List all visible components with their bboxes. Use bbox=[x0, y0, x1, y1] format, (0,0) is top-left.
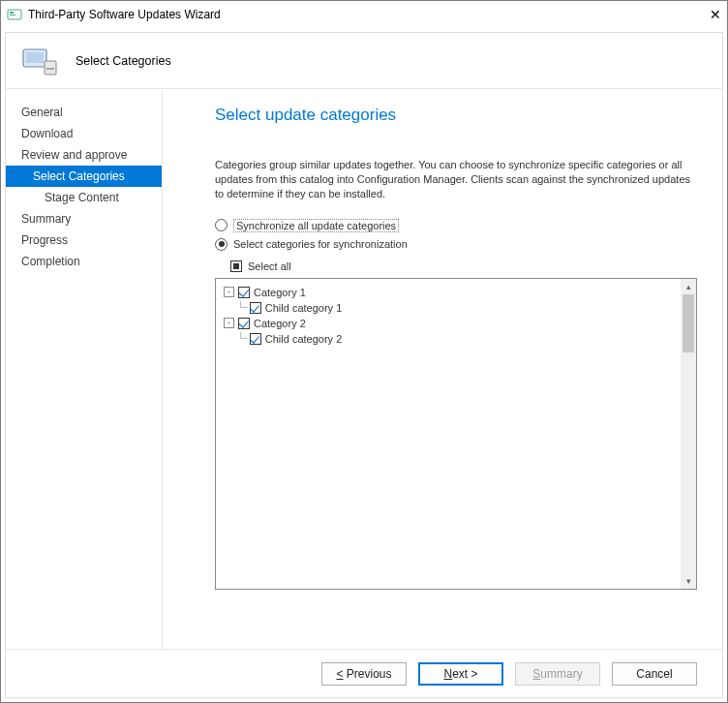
sidebar: General Download Review and approve Sele… bbox=[6, 90, 163, 649]
close-icon[interactable]: ✕ bbox=[682, 7, 721, 22]
svg-rect-6 bbox=[46, 68, 54, 70]
wizard-window: Third-Party Software Updates Wizard ✕ Se… bbox=[0, 0, 728, 703]
sidebar-item-general[interactable]: General bbox=[6, 102, 162, 123]
sidebar-item-select-categories[interactable]: Select Categories bbox=[6, 166, 162, 187]
category-tree: - Category 1 └╴ Child category 1 - bbox=[215, 278, 697, 590]
tree-connector: └╴ bbox=[237, 332, 250, 345]
page-heading: Select update categories bbox=[215, 106, 697, 125]
radio-sync-all-label: Synchronize all update categories bbox=[233, 219, 399, 232]
tree-node-label: Child category 2 bbox=[265, 333, 343, 345]
sidebar-item-completion[interactable]: Completion bbox=[6, 251, 162, 272]
tree-node[interactable]: └╴ Child category 2 bbox=[224, 331, 677, 347]
radio-sync-all[interactable]: Synchronize all update categories bbox=[215, 219, 697, 232]
tree-node[interactable]: - Category 2 bbox=[224, 316, 677, 331]
scrollbar-thumb[interactable] bbox=[682, 294, 694, 352]
summary-button[interactable]: Summary bbox=[515, 662, 600, 686]
tree-connector: └╴ bbox=[237, 301, 250, 314]
banner-icon bbox=[19, 40, 62, 82]
description-text: Categories group similar updates togethe… bbox=[215, 158, 697, 201]
content-panel: Select update categories Categories grou… bbox=[163, 90, 722, 649]
tree-node[interactable]: └╴ Child category 1 bbox=[224, 300, 677, 316]
checkbox-icon[interactable] bbox=[250, 302, 261, 314]
tristate-checkbox-icon bbox=[230, 260, 242, 272]
radio-select-categories[interactable]: Select categories for synchronization bbox=[215, 238, 697, 251]
svg-rect-1 bbox=[10, 12, 14, 14]
scroll-up-icon[interactable]: ▴ bbox=[681, 279, 696, 294]
select-all-checkbox[interactable]: Select all bbox=[230, 260, 697, 272]
radio-icon bbox=[215, 238, 228, 251]
scrollbar[interactable]: ▴ ▾ bbox=[681, 279, 696, 589]
expand-icon[interactable]: - bbox=[224, 318, 234, 328]
scrollbar-track[interactable] bbox=[681, 294, 696, 573]
svg-rect-4 bbox=[26, 52, 44, 63]
window-title: Third-Party Software Updates Wizard bbox=[28, 8, 682, 21]
radio-select-categories-label: Select categories for synchronization bbox=[233, 238, 408, 250]
tree-node[interactable]: - Category 1 bbox=[224, 285, 677, 300]
tree-node-label: Category 1 bbox=[254, 287, 306, 298]
banner: Select Categories bbox=[6, 33, 722, 89]
checkbox-icon[interactable] bbox=[238, 287, 250, 298]
banner-title: Select Categories bbox=[76, 54, 171, 68]
sidebar-item-progress[interactable]: Progress bbox=[6, 229, 162, 251]
radio-icon bbox=[215, 219, 228, 231]
inner-border: Select Categories General Download Revie… bbox=[5, 32, 723, 698]
sidebar-item-summary[interactable]: Summary bbox=[6, 208, 162, 229]
tree-node-label: Child category 1 bbox=[265, 302, 343, 314]
svg-rect-2 bbox=[10, 15, 15, 15]
cancel-button[interactable]: Cancel bbox=[612, 662, 697, 686]
sidebar-item-review-and-approve[interactable]: Review and approve bbox=[6, 144, 162, 166]
previous-button[interactable]: < Previous bbox=[321, 662, 407, 686]
checkbox-icon[interactable] bbox=[250, 333, 261, 345]
sidebar-item-stage-content[interactable]: Stage Content bbox=[6, 187, 162, 208]
expand-icon[interactable]: - bbox=[224, 287, 234, 297]
titlebar: Third-Party Software Updates Wizard ✕ bbox=[1, 1, 727, 28]
next-button[interactable]: Next > bbox=[418, 662, 503, 686]
app-icon bbox=[7, 7, 22, 22]
checkbox-icon[interactable] bbox=[238, 318, 250, 329]
sidebar-item-download[interactable]: Download bbox=[6, 123, 162, 144]
scroll-down-icon[interactable]: ▾ bbox=[681, 573, 696, 589]
footer: < Previous Next > Summary Cancel bbox=[6, 649, 722, 697]
category-tree-viewport[interactable]: - Category 1 └╴ Child category 1 - bbox=[216, 279, 681, 589]
body: General Download Review and approve Sele… bbox=[6, 89, 722, 649]
select-all-label: Select all bbox=[248, 260, 291, 272]
tree-node-label: Category 2 bbox=[254, 318, 306, 329]
